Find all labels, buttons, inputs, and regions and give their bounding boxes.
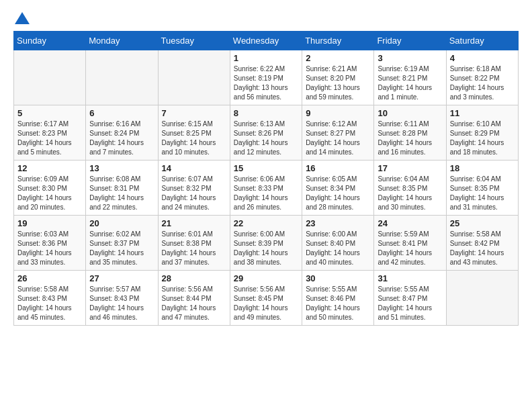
day-info: Sunrise: 6:09 AM Sunset: 8:30 PM Dayligh… bbox=[17, 175, 82, 212]
day-number: 15 bbox=[234, 163, 298, 173]
day-number: 9 bbox=[306, 108, 370, 118]
weekday-header-tuesday: Tuesday bbox=[158, 32, 230, 50]
calendar-cell: 8Sunrise: 6:13 AM Sunset: 8:26 PM Daylig… bbox=[230, 105, 302, 161]
day-number: 8 bbox=[234, 108, 298, 118]
day-info: Sunrise: 6:15 AM Sunset: 8:25 PM Dayligh… bbox=[162, 120, 226, 157]
day-info: Sunrise: 6:07 AM Sunset: 8:32 PM Dayligh… bbox=[162, 175, 226, 212]
calendar-cell bbox=[158, 50, 230, 105]
calendar-cell: 25Sunrise: 5:58 AM Sunset: 8:42 PM Dayli… bbox=[446, 216, 518, 271]
calendar-cell: 15Sunrise: 6:06 AM Sunset: 8:33 PM Dayli… bbox=[230, 161, 302, 216]
day-info: Sunrise: 6:18 AM Sunset: 8:22 PM Dayligh… bbox=[450, 64, 515, 102]
day-number: 11 bbox=[450, 108, 515, 118]
weekday-header-saturday: Saturday bbox=[446, 32, 518, 50]
day-number: 24 bbox=[378, 218, 442, 228]
day-number: 10 bbox=[378, 108, 442, 118]
day-number: 25 bbox=[450, 218, 515, 228]
day-info: Sunrise: 6:03 AM Sunset: 8:36 PM Dayligh… bbox=[17, 230, 82, 267]
day-info: Sunrise: 6:01 AM Sunset: 8:38 PM Dayligh… bbox=[162, 230, 226, 267]
day-number: 16 bbox=[306, 163, 370, 173]
day-info: Sunrise: 6:08 AM Sunset: 8:31 PM Dayligh… bbox=[89, 175, 154, 212]
day-info: Sunrise: 6:12 AM Sunset: 8:27 PM Dayligh… bbox=[306, 120, 370, 157]
calendar-week-row: 26Sunrise: 5:58 AM Sunset: 8:43 PM Dayli… bbox=[14, 271, 519, 326]
calendar-cell: 18Sunrise: 6:04 AM Sunset: 8:35 PM Dayli… bbox=[446, 161, 518, 216]
day-info: Sunrise: 5:55 AM Sunset: 8:46 PM Dayligh… bbox=[306, 285, 370, 322]
weekday-header-friday: Friday bbox=[374, 32, 446, 50]
day-info: Sunrise: 6:04 AM Sunset: 8:35 PM Dayligh… bbox=[378, 175, 442, 212]
day-info: Sunrise: 5:58 AM Sunset: 8:42 PM Dayligh… bbox=[450, 230, 515, 267]
day-info: Sunrise: 5:56 AM Sunset: 8:45 PM Dayligh… bbox=[234, 285, 298, 322]
day-number: 14 bbox=[162, 163, 226, 173]
day-number: 20 bbox=[89, 218, 154, 228]
calendar-cell: 5Sunrise: 6:17 AM Sunset: 8:23 PM Daylig… bbox=[14, 105, 86, 161]
calendar-cell: 12Sunrise: 6:09 AM Sunset: 8:30 PM Dayli… bbox=[14, 161, 86, 216]
day-number: 21 bbox=[162, 218, 226, 228]
day-info: Sunrise: 6:05 AM Sunset: 8:34 PM Dayligh… bbox=[306, 175, 370, 212]
day-number: 4 bbox=[450, 53, 515, 63]
day-info: Sunrise: 6:16 AM Sunset: 8:24 PM Dayligh… bbox=[89, 120, 154, 157]
day-number: 17 bbox=[378, 163, 442, 173]
day-number: 18 bbox=[450, 163, 515, 173]
day-info: Sunrise: 5:55 AM Sunset: 8:47 PM Dayligh… bbox=[378, 285, 442, 322]
calendar-cell: 14Sunrise: 6:07 AM Sunset: 8:32 PM Dayli… bbox=[158, 161, 230, 216]
day-number: 31 bbox=[378, 273, 442, 283]
calendar-table: SundayMondayTuesdayWednesdayThursdayFrid… bbox=[13, 31, 519, 326]
day-number: 2 bbox=[306, 53, 370, 63]
calendar-cell: 19Sunrise: 6:03 AM Sunset: 8:36 PM Dayli… bbox=[14, 216, 86, 271]
logo bbox=[13, 10, 31, 24]
calendar-cell: 16Sunrise: 6:05 AM Sunset: 8:34 PM Dayli… bbox=[302, 161, 374, 216]
weekday-header-monday: Monday bbox=[86, 32, 158, 50]
day-info: Sunrise: 6:00 AM Sunset: 8:39 PM Dayligh… bbox=[234, 230, 298, 267]
day-number: 30 bbox=[306, 273, 370, 283]
calendar-cell: 26Sunrise: 5:58 AM Sunset: 8:43 PM Dayli… bbox=[14, 271, 86, 326]
day-info: Sunrise: 6:19 AM Sunset: 8:21 PM Dayligh… bbox=[378, 64, 442, 102]
day-info: Sunrise: 5:59 AM Sunset: 8:41 PM Dayligh… bbox=[378, 230, 442, 267]
day-info: Sunrise: 5:57 AM Sunset: 8:43 PM Dayligh… bbox=[89, 285, 154, 322]
calendar-cell bbox=[86, 50, 158, 105]
calendar-week-row: 1Sunrise: 6:22 AM Sunset: 8:19 PM Daylig… bbox=[14, 50, 519, 105]
calendar-cell: 29Sunrise: 5:56 AM Sunset: 8:45 PM Dayli… bbox=[230, 271, 302, 326]
day-number: 1 bbox=[234, 53, 298, 63]
day-number: 26 bbox=[17, 273, 82, 283]
day-info: Sunrise: 6:13 AM Sunset: 8:26 PM Dayligh… bbox=[234, 120, 298, 157]
calendar-cell: 30Sunrise: 5:55 AM Sunset: 8:46 PM Dayli… bbox=[302, 271, 374, 326]
header bbox=[13, 10, 519, 24]
calendar-cell: 2Sunrise: 6:21 AM Sunset: 8:20 PM Daylig… bbox=[302, 50, 374, 105]
calendar-cell: 4Sunrise: 6:18 AM Sunset: 8:22 PM Daylig… bbox=[446, 50, 518, 105]
calendar-cell bbox=[446, 271, 518, 326]
day-number: 3 bbox=[378, 53, 442, 63]
calendar-cell: 6Sunrise: 6:16 AM Sunset: 8:24 PM Daylig… bbox=[86, 105, 158, 161]
day-number: 29 bbox=[234, 273, 298, 283]
calendar-cell: 27Sunrise: 5:57 AM Sunset: 8:43 PM Dayli… bbox=[86, 271, 158, 326]
logo-icon bbox=[15, 12, 30, 24]
calendar-cell: 20Sunrise: 6:02 AM Sunset: 8:37 PM Dayli… bbox=[86, 216, 158, 271]
day-number: 23 bbox=[306, 218, 370, 228]
calendar-cell: 1Sunrise: 6:22 AM Sunset: 8:19 PM Daylig… bbox=[230, 50, 302, 105]
day-number: 12 bbox=[17, 163, 82, 173]
weekday-header-thursday: Thursday bbox=[302, 32, 374, 50]
weekday-header-row: SundayMondayTuesdayWednesdayThursdayFrid… bbox=[14, 32, 519, 50]
day-info: Sunrise: 6:21 AM Sunset: 8:20 PM Dayligh… bbox=[306, 64, 370, 102]
day-number: 7 bbox=[162, 108, 226, 118]
day-number: 19 bbox=[17, 218, 82, 228]
calendar-cell: 23Sunrise: 6:00 AM Sunset: 8:40 PM Dayli… bbox=[302, 216, 374, 271]
day-number: 13 bbox=[89, 163, 154, 173]
day-info: Sunrise: 6:00 AM Sunset: 8:40 PM Dayligh… bbox=[306, 230, 370, 267]
calendar-cell: 9Sunrise: 6:12 AM Sunset: 8:27 PM Daylig… bbox=[302, 105, 374, 161]
day-info: Sunrise: 6:11 AM Sunset: 8:28 PM Dayligh… bbox=[378, 120, 442, 157]
day-number: 5 bbox=[17, 108, 82, 118]
calendar-cell bbox=[14, 50, 86, 105]
day-info: Sunrise: 6:10 AM Sunset: 8:29 PM Dayligh… bbox=[450, 120, 515, 157]
day-info: Sunrise: 6:06 AM Sunset: 8:33 PM Dayligh… bbox=[234, 175, 298, 212]
calendar-cell: 11Sunrise: 6:10 AM Sunset: 8:29 PM Dayli… bbox=[446, 105, 518, 161]
calendar-body: 1Sunrise: 6:22 AM Sunset: 8:19 PM Daylig… bbox=[14, 50, 519, 326]
calendar-cell: 7Sunrise: 6:15 AM Sunset: 8:25 PM Daylig… bbox=[158, 105, 230, 161]
weekday-header-sunday: Sunday bbox=[14, 32, 86, 50]
calendar-cell: 24Sunrise: 5:59 AM Sunset: 8:41 PM Dayli… bbox=[374, 216, 446, 271]
calendar-cell: 28Sunrise: 5:56 AM Sunset: 8:44 PM Dayli… bbox=[158, 271, 230, 326]
calendar-cell: 3Sunrise: 6:19 AM Sunset: 8:21 PM Daylig… bbox=[374, 50, 446, 105]
calendar-cell: 17Sunrise: 6:04 AM Sunset: 8:35 PM Dayli… bbox=[374, 161, 446, 216]
day-info: Sunrise: 6:04 AM Sunset: 8:35 PM Dayligh… bbox=[450, 175, 515, 212]
day-info: Sunrise: 6:22 AM Sunset: 8:19 PM Dayligh… bbox=[234, 64, 298, 102]
svg-marker-0 bbox=[15, 12, 30, 24]
calendar-cell: 31Sunrise: 5:55 AM Sunset: 8:47 PM Dayli… bbox=[374, 271, 446, 326]
